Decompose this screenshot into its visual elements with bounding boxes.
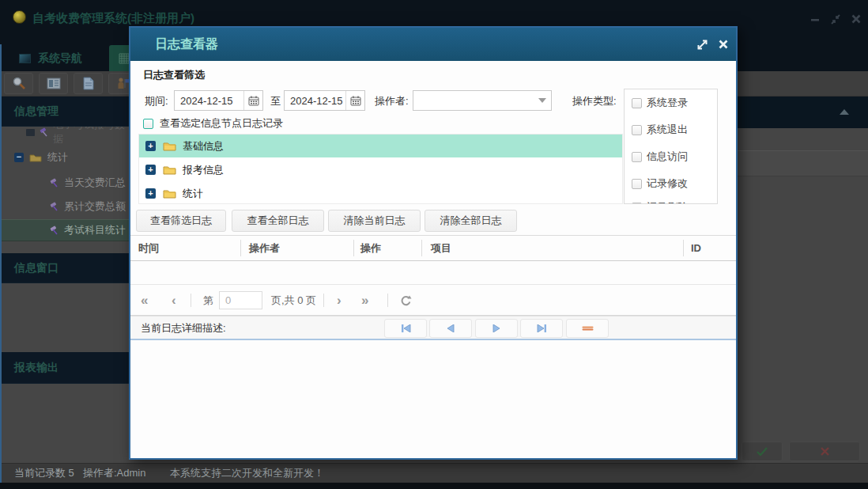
operator-label: 操作者: [375, 94, 409, 108]
next-page-button[interactable]: › [337, 285, 342, 316]
close-icon [719, 40, 728, 49]
operator-input[interactable] [413, 95, 534, 107]
type-option-label: 记录修改 [647, 176, 688, 191]
page-number-input[interactable] [219, 291, 262, 309]
column-header-time[interactable]: 时间 [138, 235, 159, 261]
empty-grid-row [130, 261, 736, 285]
restore-icon [830, 14, 841, 25]
operation-type-label: 操作类型: [572, 94, 617, 108]
dropdown-button[interactable] [534, 91, 551, 110]
person-flag-icon [116, 77, 130, 90]
checkbox-icon[interactable] [632, 203, 642, 205]
column-divider [353, 240, 354, 256]
tree-item-statistics[interactable]: + 统计 [139, 182, 622, 204]
collapse-arrow-icon[interactable] [840, 109, 849, 115]
log-viewer-dialog: 日志查看器 日志查看筛选 期间: [129, 26, 738, 460]
sidebar-section-info-management[interactable]: 信息管理 [0, 97, 130, 127]
folder-icon [163, 141, 176, 151]
page-total-label: 页,共 0 页 [271, 285, 316, 316]
type-option-record-delete[interactable]: 记录删除 [632, 200, 688, 204]
restore-button[interactable] [827, 11, 844, 27]
checkbox-icon[interactable] [632, 98, 642, 108]
type-option-label: 记录删除 [647, 200, 688, 204]
minimize-button[interactable] [806, 11, 824, 27]
calendar-button[interactable] [243, 91, 262, 110]
column-header-operator[interactable]: 操作者 [249, 235, 280, 261]
tree-item-basic-info[interactable]: + 基础信息 [139, 135, 622, 157]
close-window-button[interactable] [847, 11, 865, 27]
dialog-tree: + 基础信息 + 报考信息 + 统计 [138, 134, 623, 204]
type-option-logout[interactable]: 系统退出 [632, 123, 688, 137]
operator-combo[interactable] [413, 90, 552, 111]
collapse-expander-icon[interactable]: − [14, 153, 24, 162]
folder-icon [29, 153, 42, 162]
sidebar-pane-empty [0, 283, 130, 352]
sidebar-section-info-window[interactable]: 信息窗口 [0, 253, 130, 283]
dialog-header[interactable] [130, 28, 736, 61]
view-all-logs-button[interactable]: 查看全部日志 [232, 210, 324, 232]
checkbox-icon[interactable] [632, 152, 642, 162]
status-message: 本系统支持二次开发和全新开发！ [170, 463, 324, 483]
column-header-id[interactable]: ID [691, 235, 701, 261]
check-icon [757, 447, 768, 456]
date-from-field[interactable] [174, 90, 263, 111]
sidebar-item-label: 累计交费总额 [64, 199, 126, 214]
view-filtered-logs-button[interactable]: 查看筛选日志 [136, 210, 226, 232]
date-from-input[interactable] [175, 95, 243, 107]
sidebar-folder-stats[interactable]: − 统计 [0, 147, 130, 168]
type-option-label: 系统退出 [647, 123, 688, 137]
checkbox-icon[interactable] [143, 119, 153, 129]
cancel-button[interactable] [789, 442, 860, 461]
prev-page-button[interactable]: ‹ [172, 285, 176, 316]
sidebar-tree: 电子考试报考数据 − 统计 当天交费汇总 累计交费总额 [0, 127, 130, 253]
checkbox-icon[interactable] [632, 179, 642, 189]
status-operator: 操作者:Admin [83, 463, 145, 483]
search-button[interactable] [4, 73, 33, 94]
confirm-button[interactable] [742, 442, 783, 461]
sidebar-item-clipped[interactable]: 电子考试报考数据 [0, 127, 130, 142]
sidebar-item-today-total[interactable]: 当天交费汇总 [0, 172, 130, 193]
refresh-button[interactable] [399, 294, 412, 310]
node-filter-checkbox-row[interactable]: 查看选定信息节点日志记录 [143, 116, 283, 131]
sidebar-folder-label: 统计 [47, 150, 68, 165]
record-remove-button[interactable] [566, 319, 609, 338]
sidebar-item-subject-stats-selected[interactable]: 考试科目统计 [0, 219, 130, 241]
date-to-field[interactable] [284, 90, 365, 111]
expand-icon [696, 39, 708, 51]
type-option-record-modify[interactable]: 记录修改 [632, 176, 688, 191]
sidebar-item-cumulative-total[interactable]: 累计交费总额 [0, 196, 130, 217]
dialog-expand-button[interactable] [695, 37, 709, 51]
clear-all-logs-button[interactable]: 清除全部日志 [425, 210, 517, 232]
record-next-button[interactable] [475, 319, 518, 338]
sidebar-section-report-output[interactable]: 报表输出 [0, 352, 130, 384]
expand-plus-icon[interactable]: + [145, 165, 156, 175]
checkbox-icon[interactable] [632, 125, 642, 135]
type-option-login[interactable]: 系统登录 [632, 96, 688, 110]
tab-system-nav[interactable]: 系统导航 [6, 45, 108, 71]
calendar-button[interactable] [345, 91, 364, 110]
last-page-button[interactable]: » [361, 285, 368, 316]
hammer-icon [39, 127, 48, 137]
window-bottom-edge [0, 483, 868, 489]
expand-plus-icon[interactable]: + [145, 141, 156, 151]
column-header-project[interactable]: 项目 [431, 235, 451, 261]
minus-icon [582, 326, 594, 331]
card-view-button[interactable] [39, 73, 68, 94]
date-to-input[interactable] [285, 95, 345, 107]
clear-current-logs-button[interactable]: 清除当前日志 [328, 210, 421, 232]
record-last-button[interactable] [520, 319, 563, 338]
sidebar-item-label: 电子考试报考数据 [53, 127, 130, 146]
tree-item-registration-info[interactable]: + 报考信息 [139, 158, 622, 181]
first-page-button[interactable]: « [141, 285, 148, 316]
document-button[interactable] [74, 73, 103, 94]
type-option-info-access[interactable]: 信息访问 [632, 150, 688, 164]
section-report-label: 报表输出 [14, 361, 58, 375]
expand-plus-icon[interactable]: + [145, 188, 156, 199]
column-header-operation[interactable]: 操作 [360, 235, 381, 261]
record-prev-button[interactable] [429, 319, 472, 338]
dialog-close-button[interactable] [716, 37, 730, 51]
record-first-button[interactable] [384, 319, 427, 338]
refresh-icon [399, 294, 412, 307]
page-label: 第 [203, 285, 213, 316]
node-filter-label: 查看选定信息节点日志记录 [160, 116, 283, 131]
